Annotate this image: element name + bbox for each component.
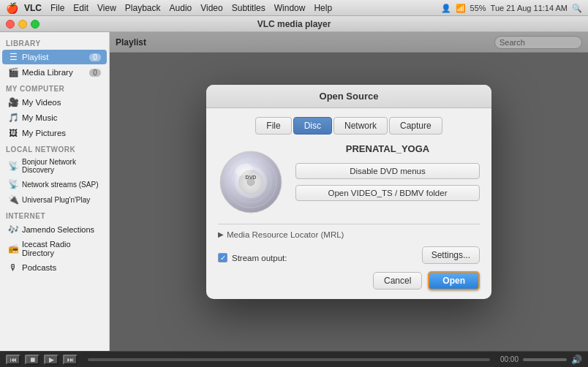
stream-output-row: ✓ Stream output: [218,253,287,262]
sidebar-label-jamendo: Jamendo Selections [22,225,94,234]
menubar: 🍎 VLC File Edit View Playback Audio Vide… [0,0,588,16]
datetime-label: Tue 21 Aug 11:14 AM [491,4,568,12]
icecast-icon: 📻 [8,243,18,254]
sidebar: LIBRARY ☰ Playlist 0 🎬 Media Library 0 M… [0,32,110,351]
sidebar-item-podcasts[interactable]: 🎙 Podcasts [2,260,107,275]
playlist-badge: 0 [89,53,101,61]
sidebar-label-bonjour: Bonjour Network Discovery [22,158,101,174]
sidebar-item-my-videos[interactable]: 🎥 My Videos [2,95,107,110]
menu-view[interactable]: View [97,3,116,13]
cancel-button[interactable]: Cancel [373,272,422,290]
taskbar: ⏮ ⏹ ▶ ⏭ 00:00 🔊 [0,351,588,367]
sidebar-item-my-music[interactable]: 🎵 My Music [2,110,107,125]
main-layout: LIBRARY ☰ Playlist 0 🎬 Media Library 0 M… [0,32,588,351]
tab-disc[interactable]: Disc [293,117,332,135]
media-library-icon: 🎬 [8,67,18,77]
sidebar-section-local-network: LOCAL NETWORK [0,141,109,155]
battery-label: 55% [470,4,486,12]
mrl-arrow-icon: ▶ [218,230,224,238]
my-pictures-icon: 🖼 [8,128,18,138]
tab-capture[interactable]: Capture [389,117,442,135]
content-area: Playlist Open Source File Disc Network C… [110,32,588,351]
dialog-body: File Disc Network Capture [206,108,491,299]
mrl-toggle[interactable]: ▶ Media Resource Locator (MRL) [218,230,480,239]
disable-dvd-menus-button[interactable]: Disable DVD menus [295,163,480,179]
open-button[interactable]: Open [428,271,480,290]
open-folder-button[interactable]: Open VIDEO_TS / BDMV folder [295,185,480,201]
dialog-overlay: Open Source File Disc Network Capture [110,32,588,351]
menu-help[interactable]: Help [314,3,332,13]
close-button[interactable] [6,20,15,29]
sidebar-label-icecast: Icecast Radio Directory [22,240,101,257]
dialog-title: Open Source [206,85,491,108]
disc-content: DVD PRENATAL_YOGA Disable DVD menus Open… [218,143,480,215]
user-icon: 👤 [441,4,451,13]
sidebar-item-network-streams[interactable]: 📡 Network streams (SAP) [2,177,107,192]
sidebar-item-jamendo[interactable]: 🎶 Jamendo Selections [2,222,107,237]
menu-playback[interactable]: Playback [125,3,161,13]
stream-output-checkbox[interactable]: ✓ [218,253,227,262]
network-streams-icon: 📡 [8,179,18,189]
menu-items: VLC File Edit View Playback Audio Video … [24,3,332,13]
upnp-icon: 🔌 [8,194,18,205]
play-button[interactable]: ▶ [44,355,59,365]
apple-menu-icon[interactable]: 🍎 [6,2,18,14]
menu-window[interactable]: Window [274,3,306,13]
menu-edit[interactable]: Edit [73,3,88,13]
sidebar-label-media-library: Media Library [22,68,73,77]
window-title: VLC media player [257,19,331,29]
progress-bar[interactable] [88,358,490,361]
sidebar-label-upnp: Universal Plug'n'Play [22,196,90,204]
sidebar-item-media-library[interactable]: 🎬 Media Library 0 [2,65,107,80]
playlist-icon: ☰ [8,52,18,62]
settings-button[interactable]: Settings... [422,246,480,264]
search-menubar-icon[interactable]: 🔍 [572,4,582,13]
bonjour-icon: 📡 [8,161,18,171]
tab-bar: File Disc Network Capture [218,117,480,135]
sidebar-label-my-videos: My Videos [22,98,61,107]
sidebar-item-playlist[interactable]: ☰ Playlist 0 [2,50,107,64]
time-display: 00:00 [500,355,519,363]
sidebar-label-my-pictures: My Pictures [22,129,66,137]
dialog-title-text: Open Source [320,91,379,102]
volume-icon[interactable]: 🔊 [571,355,582,365]
prev-button[interactable]: ⏮ [6,355,20,365]
stop-button[interactable]: ⏹ [25,355,39,365]
jamendo-icon: 🎶 [8,224,18,235]
traffic-lights [6,20,39,29]
sidebar-label-my-music: My Music [22,113,58,122]
maximize-button[interactable] [31,20,39,29]
my-music-icon: 🎵 [8,113,18,123]
sidebar-label-playlist: Playlist [22,53,48,61]
stream-output-label: Stream output: [232,254,287,262]
sidebar-section-internet: INTERNET [0,208,109,222]
next-button[interactable]: ⏭ [63,355,78,365]
menu-audio[interactable]: Audio [170,3,192,13]
minimize-button[interactable] [18,20,27,29]
menu-file[interactable]: File [50,3,64,13]
menu-subtitles[interactable]: Subtitles [232,3,265,13]
tab-file[interactable]: File [255,117,291,135]
sidebar-item-upnp[interactable]: 🔌 Universal Plug'n'Play [2,192,107,207]
sidebar-item-bonjour[interactable]: 📡 Bonjour Network Discovery [2,156,107,176]
titlebar: VLC media player [0,16,588,32]
menu-video[interactable]: Video [200,3,222,13]
menubar-right: 👤 📶 55% Tue 21 Aug 11:14 AM 🔍 [441,0,582,16]
podcasts-icon: 🎙 [8,262,18,273]
sidebar-item-my-pictures[interactable]: 🖼 My Pictures [2,126,107,140]
menu-vlc[interactable]: VLC [24,3,42,13]
open-source-dialog: Open Source File Disc Network Capture [206,85,491,299]
sidebar-item-icecast[interactable]: 📻 Icecast Radio Directory [2,238,107,260]
tab-network[interactable]: Network [333,117,388,135]
volume-slider[interactable] [523,358,567,361]
svg-text:DVD: DVD [246,175,257,180]
mrl-label: Media Resource Locator (MRL) [227,230,344,239]
wifi-icon: 📶 [456,4,466,13]
sidebar-section-my-computer: MY COMPUTER [0,80,109,94]
dvd-disc-image: DVD [218,149,284,215]
media-library-badge: 0 [89,69,101,77]
sidebar-label-podcasts: Podcasts [22,263,56,272]
sidebar-section-library: LIBRARY [0,35,109,49]
disc-name: PRENATAL_YOGA [295,143,480,154]
dialog-footer: Cancel Open [218,271,480,290]
